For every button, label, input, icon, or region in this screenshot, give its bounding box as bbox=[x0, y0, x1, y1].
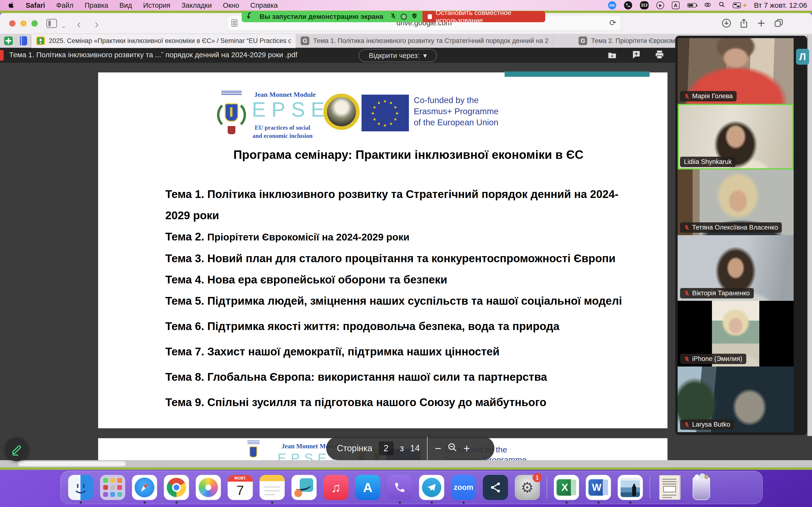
university-emblem-mini bbox=[246, 440, 261, 460]
zoom-out-button[interactable]: − bbox=[435, 443, 441, 454]
notification-badge-icon[interactable]: 313 bbox=[640, 1, 649, 9]
apple-menu-icon[interactable] bbox=[8, 2, 14, 9]
menu-help[interactable]: Справка bbox=[250, 1, 278, 9]
pdf-file-icon bbox=[0, 50, 4, 61]
dock-viber[interactable] bbox=[387, 475, 412, 500]
menu-window[interactable]: Окно bbox=[223, 1, 239, 9]
pdf-file-title: Тема 1. Політика інклюзивного розвитку т… bbox=[9, 51, 297, 59]
dock-safari[interactable] bbox=[132, 475, 157, 500]
annotate-button[interactable] bbox=[5, 438, 29, 461]
dock-telegram[interactable] bbox=[419, 475, 444, 500]
tab-active-drive[interactable]: 2025. Семінар «Практики інклюзивної екон… bbox=[32, 34, 296, 48]
screenshare-border-bottom bbox=[0, 467, 812, 470]
dock-app-store[interactable]: A bbox=[355, 475, 380, 500]
control-center-icon[interactable] bbox=[733, 2, 741, 8]
page-number-input[interactable]: 2 bbox=[379, 441, 394, 455]
participant-video[interactable]: Larysa Butko bbox=[678, 367, 794, 432]
new-tab-icon[interactable] bbox=[756, 18, 766, 28]
participant-video[interactable]: iPhone (Эмилия) bbox=[678, 301, 794, 367]
participant-video[interactable]: Марія Голева bbox=[678, 38, 794, 104]
zoom-lens-icon[interactable] bbox=[448, 443, 457, 454]
dock-notes[interactable] bbox=[260, 475, 285, 500]
tab-group-chevron-icon[interactable]: ⌄ bbox=[61, 22, 66, 30]
pinned-tab-sheets[interactable] bbox=[1, 34, 15, 48]
minimize-window-button[interactable] bbox=[20, 20, 27, 26]
downloads-icon[interactable] bbox=[722, 18, 731, 28]
mic-muted-icon bbox=[684, 356, 690, 362]
dock-music[interactable]: ♫ bbox=[323, 475, 349, 500]
calendar-month: ЖОВТ. bbox=[227, 475, 253, 482]
sidebar-toggle-button[interactable] bbox=[46, 19, 57, 28]
horizontal-scrollbar bbox=[0, 460, 812, 467]
tab-overview-icon[interactable] bbox=[774, 18, 783, 28]
reload-icon[interactable]: ⟳ bbox=[609, 18, 616, 27]
share-icon[interactable] bbox=[739, 18, 749, 28]
dock-chrome[interactable] bbox=[164, 475, 189, 500]
dock-preview-window[interactable] bbox=[618, 475, 643, 500]
close-window-button[interactable] bbox=[9, 20, 15, 26]
menu-clock[interactable]: Вт 7 жовт. 12:06 bbox=[754, 1, 807, 9]
menu-bookmarks[interactable]: Закладки bbox=[182, 1, 212, 9]
recording-indicator-dot bbox=[743, 4, 746, 7]
zoom-status-icon[interactable]: zm bbox=[608, 1, 616, 9]
play-status-icon[interactable]: ▶ bbox=[656, 1, 664, 9]
dock: ЖОВТ. 7 ♫ A zoom ⚙ 1 X bbox=[60, 471, 763, 504]
dock-photos[interactable] bbox=[196, 475, 221, 500]
topic-item: Тема 5. Підтримка людей, зміцнення наших… bbox=[165, 290, 666, 312]
stop-icon bbox=[428, 14, 432, 19]
battery-icon[interactable] bbox=[687, 3, 697, 7]
dock-launchpad[interactable] bbox=[100, 475, 125, 500]
topics-list: Тема 1. Політика інклюзивного розвитку т… bbox=[165, 183, 666, 413]
stop-sharing-button[interactable]: Остановить совместное использование bbox=[422, 11, 545, 22]
viber-status-icon[interactable] bbox=[624, 1, 632, 9]
add-to-drive-icon[interactable] bbox=[607, 50, 617, 61]
link-status-icon[interactable] bbox=[704, 1, 711, 9]
dock-document-stack[interactable] bbox=[657, 475, 682, 500]
page-navigation-toolbar: Сторінка 2 з 14 − + bbox=[326, 437, 495, 460]
dock-freeform[interactable] bbox=[292, 475, 317, 500]
pinned-tab-book[interactable] bbox=[16, 34, 31, 48]
participant-video-active-speaker[interactable]: Lidiia Shynkaruk bbox=[678, 104, 794, 169]
menu-file[interactable]: Файл bbox=[56, 1, 73, 9]
eu-flag-logo: ★★ ★★ ★★ ★★ ★★ ★★ bbox=[361, 95, 409, 131]
tab-tema1[interactable]: G Тема 1. Політика інклюзивного розвитку… bbox=[296, 34, 552, 48]
dock-word[interactable]: W bbox=[586, 475, 611, 500]
dock-zoom[interactable]: zoom bbox=[451, 475, 476, 500]
tab-title: Тема 2. Пріорітети Єврокомісі bbox=[591, 37, 681, 45]
dock-calendar[interactable]: ЖОВТ. 7 bbox=[227, 475, 253, 500]
participant-name-label: Тетяна Олексіївна Власенко bbox=[680, 222, 782, 233]
zoom-window-button[interactable] bbox=[32, 20, 38, 26]
participant-name-label: Lidiia Shynkaruk bbox=[680, 157, 735, 167]
participant-name-label: Larysa Butko bbox=[680, 419, 734, 430]
window-controls bbox=[9, 20, 38, 26]
input-source-icon[interactable]: A bbox=[672, 1, 679, 9]
page-settings-icon[interactable] bbox=[232, 19, 237, 26]
screenshare-message: Вы запустили демонстрацию экрана bbox=[257, 13, 386, 20]
participant-video[interactable]: Вікторія Тараненко bbox=[678, 235, 794, 301]
menu-edit[interactable]: Правка bbox=[85, 1, 108, 9]
macos-menu-bar: Safari Файл Правка Вид История Закладки … bbox=[0, 0, 812, 11]
menu-history[interactable]: История bbox=[143, 1, 170, 9]
gdocs-tab-icon: G bbox=[301, 37, 309, 45]
dock-finder[interactable] bbox=[68, 475, 93, 500]
participant-video[interactable]: Тетяна Олексіївна Власенко bbox=[678, 169, 794, 235]
dock-system-settings[interactable]: ⚙ 1 bbox=[515, 475, 540, 500]
mic-muted-icon bbox=[684, 422, 690, 428]
shield-check-icon bbox=[411, 13, 418, 21]
open-with-dropdown[interactable]: Відкрити через: ▾ bbox=[359, 49, 437, 62]
dock-excel[interactable]: X bbox=[554, 475, 579, 500]
add-comment-icon[interactable] bbox=[631, 50, 642, 61]
menu-view[interactable]: Вид bbox=[119, 1, 132, 9]
page-of-label: з bbox=[400, 443, 404, 453]
dock-trash[interactable] bbox=[689, 475, 714, 500]
forward-button[interactable]: › bbox=[95, 17, 99, 31]
collapsed-participant-tab[interactable]: Л bbox=[796, 49, 809, 65]
back-button[interactable]: ‹ bbox=[77, 17, 81, 31]
toolbar-actions bbox=[722, 18, 783, 28]
dock-share-app[interactable] bbox=[483, 475, 508, 500]
spotlight-search-icon[interactable] bbox=[719, 1, 725, 9]
print-icon[interactable] bbox=[654, 50, 665, 61]
zoom-in-button[interactable]: + bbox=[463, 443, 470, 454]
menu-app-name[interactable]: Safari bbox=[26, 1, 45, 9]
scrollbar-thumb[interactable] bbox=[18, 461, 126, 466]
